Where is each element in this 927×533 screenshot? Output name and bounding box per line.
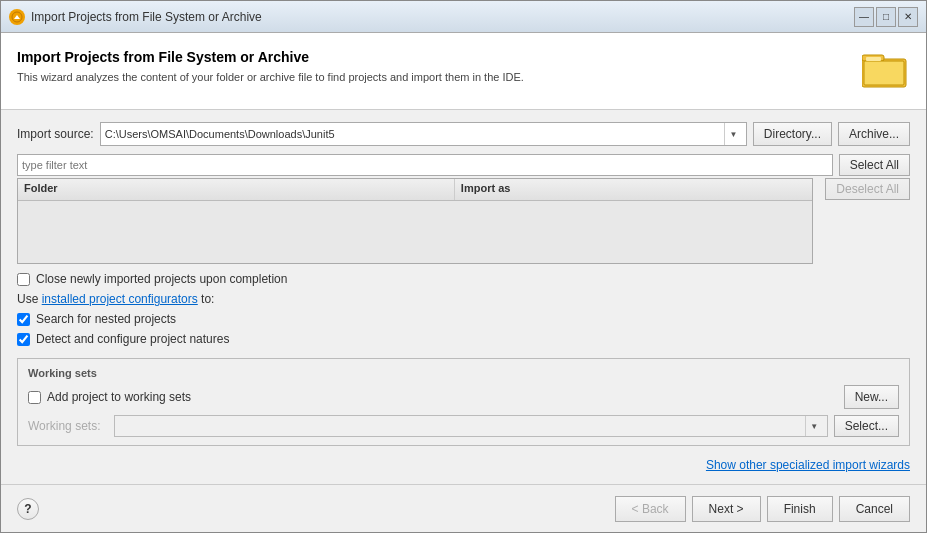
- combo-arrow-icon[interactable]: ▼: [724, 123, 742, 145]
- detect-natures-label: Detect and configure project natures: [36, 332, 229, 346]
- installed-configurators-link[interactable]: installed project configurators: [42, 292, 198, 306]
- link-suffix: to:: [198, 292, 215, 306]
- search-nested-row: Search for nested projects: [17, 312, 910, 326]
- next-button[interactable]: Next >: [692, 496, 761, 522]
- dialog-icon: [9, 9, 25, 25]
- working-sets-combo-arrow[interactable]: ▼: [805, 416, 823, 436]
- close-newly-label: Close newly imported projects upon compl…: [36, 272, 287, 286]
- title-bar-controls: — □ ✕: [854, 7, 918, 27]
- select-all-button[interactable]: Select All: [839, 154, 910, 176]
- help-button[interactable]: ?: [17, 498, 39, 520]
- minimize-button[interactable]: —: [854, 7, 874, 27]
- options-section: Close newly imported projects upon compl…: [17, 272, 910, 346]
- back-button[interactable]: < Back: [615, 496, 686, 522]
- table-body: [18, 201, 812, 263]
- footer-buttons: < Back Next > Finish Cancel: [615, 496, 910, 522]
- search-nested-checkbox[interactable]: [17, 313, 30, 326]
- import-source-combo[interactable]: C:\Users\OMSAI\Documents\Downloads\Junit…: [100, 122, 747, 146]
- maximize-button[interactable]: □: [876, 7, 896, 27]
- new-working-set-button[interactable]: New...: [844, 385, 899, 409]
- show-wizards-link[interactable]: Show other specialized import wizards: [706, 458, 910, 472]
- header-title: Import Projects from File System or Arch…: [17, 49, 850, 65]
- working-sets-add-row: Add project to working sets New...: [28, 385, 899, 409]
- working-sets-combo[interactable]: ▼: [114, 415, 828, 437]
- content: Import source: C:\Users\OMSAI\Documents\…: [1, 110, 926, 484]
- add-to-working-sets-checkbox[interactable]: [28, 391, 41, 404]
- link-row: Use installed project configurators to:: [17, 292, 910, 306]
- footer-left: ?: [17, 498, 39, 520]
- deselect-all-button[interactable]: Deselect All: [825, 178, 910, 200]
- title-bar-text: Import Projects from File System or Arch…: [31, 10, 854, 24]
- link-prefix: Use: [17, 292, 42, 306]
- footer: ? < Back Next > Finish Cancel: [1, 484, 926, 532]
- working-sets-group: Working sets Add project to working sets…: [17, 358, 910, 446]
- finish-button[interactable]: Finish: [767, 496, 833, 522]
- close-newly-checkbox[interactable]: [17, 273, 30, 286]
- search-nested-label: Search for nested projects: [36, 312, 176, 326]
- svg-rect-3: [864, 61, 904, 85]
- right-buttons: Deselect All: [825, 178, 910, 264]
- directory-button[interactable]: Directory...: [753, 122, 832, 146]
- close-button[interactable]: ✕: [898, 7, 918, 27]
- import-source-row: Import source: C:\Users\OMSAI\Documents\…: [17, 122, 910, 146]
- cancel-button[interactable]: Cancel: [839, 496, 910, 522]
- close-newly-row: Close newly imported projects upon compl…: [17, 272, 910, 286]
- select-working-set-button[interactable]: Select...: [834, 415, 899, 437]
- table-area: Folder Import as: [17, 178, 813, 264]
- header-section: Import Projects from File System or Arch…: [1, 33, 926, 110]
- import-source-value: C:\Users\OMSAI\Documents\Downloads\Junit…: [105, 128, 724, 140]
- working-sets-dropdown-row: Working sets: ▼ Select...: [28, 415, 899, 437]
- filter-input[interactable]: [17, 154, 833, 176]
- folder-column-header: Folder: [18, 179, 455, 200]
- title-bar: Import Projects from File System or Arch…: [1, 1, 926, 33]
- header-text: Import Projects from File System or Arch…: [17, 49, 850, 83]
- importas-column-header: Import as: [455, 179, 812, 200]
- import-source-label: Import source:: [17, 127, 94, 141]
- working-sets-legend: Working sets: [28, 367, 899, 379]
- add-working-sets-label: Add project to working sets: [47, 390, 191, 404]
- working-sets-label: Working sets:: [28, 419, 108, 433]
- table-header: Folder Import as: [18, 179, 812, 201]
- header-icon: [862, 49, 910, 97]
- detect-natures-checkbox[interactable]: [17, 333, 30, 346]
- show-wizards-row: Show other specialized import wizards: [17, 458, 910, 472]
- detect-natures-row: Detect and configure project natures: [17, 332, 910, 346]
- archive-button[interactable]: Archive...: [838, 122, 910, 146]
- header-subtitle: This wizard analyzes the content of your…: [17, 71, 850, 83]
- svg-rect-4: [866, 57, 881, 61]
- dialog: Import Projects from File System or Arch…: [0, 0, 927, 533]
